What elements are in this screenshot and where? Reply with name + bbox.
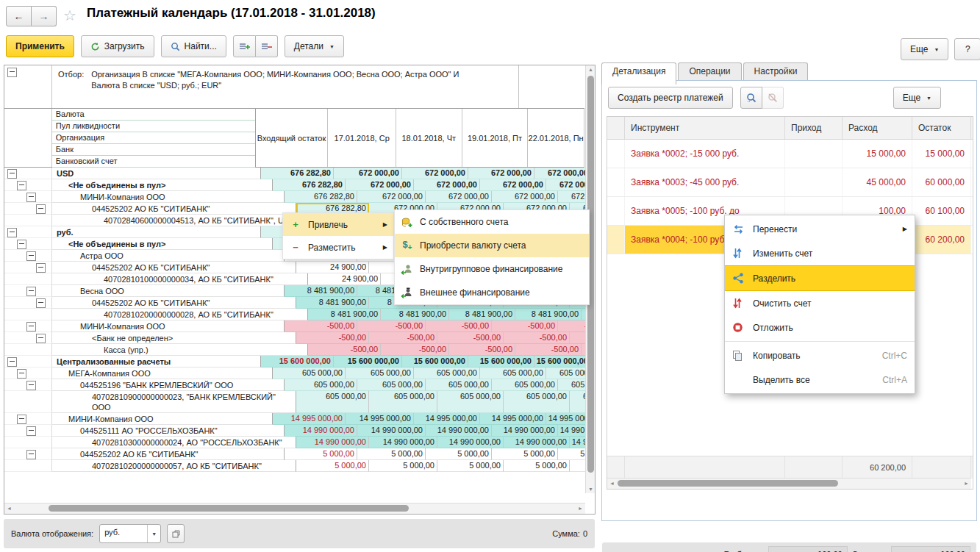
scrollbar-thumb[interactable] [49,505,409,512]
value-cell[interactable]: 24 900,00 [308,273,381,285]
value-cell[interactable]: 605 000,00 [558,379,585,391]
value-cell[interactable]: 14 990 000,00 [437,437,504,448]
detail-more-button[interactable]: Еще▼ [893,87,941,109]
value-cell[interactable]: -500,00 [285,320,357,332]
detail-column-header[interactable]: Расход [843,117,912,139]
value-cell[interactable]: 15 600 000,00 [334,356,402,368]
find-button[interactable]: Найти... [161,35,226,57]
scroll-right-icon[interactable]: ► [964,481,969,486]
value-cell[interactable]: 672 000,00 [334,168,402,179]
row-name-cell[interactable]: 044525202 АО КБ "СИТИБАНК" [52,203,296,215]
calendar-row[interactable]: МИНИ-Компания ООО-500,00-500,00-500,00-5… [4,320,585,332]
scroll-up-icon[interactable]: ▲ [588,67,593,72]
amount-cell[interactable] [607,197,625,225]
value-cell[interactable]: 672 000,00 [414,179,480,191]
amount-cell[interactable]: 60 000,00 [912,168,971,196]
apply-button[interactable]: Применить [6,35,74,57]
collapse-node-icon[interactable] [26,381,36,390]
row-name-cell[interactable]: 40702810300000000024, АО "РОССЕЛЬХОЗБАНК… [52,437,296,448]
load-button[interactable]: Загрузить [81,35,154,57]
date-column-header[interactable]: Входящий остаток [256,109,329,167]
amount-cell[interactable]: 15 000,00 [912,140,971,168]
row-name-cell[interactable]: 40702810900000000023, "БАНК КРЕМЛЕВСКИЙ"… [52,391,296,413]
create-payment-registry-button[interactable]: Создать реестр платежей [608,87,733,109]
detail-column-header[interactable]: Инструмент [625,117,785,139]
amount-cell[interactable]: 15 000,00 [843,140,912,168]
value-cell[interactable]: 672 000,00 [468,168,534,179]
value-cell[interactable]: -500,00 [369,332,437,344]
value-cell[interactable]: 605 000,00 [285,379,357,391]
display-currency-select[interactable]: руб. ▼ [99,524,161,543]
value-cell[interactable]: 5 000,00 [369,460,437,472]
menu-item-привлечь[interactable]: +Привлечь▶ [283,213,393,236]
scroll-left-icon[interactable]: ◄ [7,506,12,511]
chevron-down-icon[interactable]: ▼ [147,525,160,542]
help-button[interactable]: ? [954,38,980,60]
value-cell[interactable]: -500,00 [558,320,585,332]
collapse-groups-button[interactable] [256,35,278,57]
menu-item[interactable]: С собственного счета [395,210,589,234]
value-cell[interactable]: 14 990 000,00 [285,425,357,437]
value-cell[interactable]: 8 481 900,00 [296,297,369,309]
calendar-row[interactable]: 044525111 АО "РОССЕЛЬХОЗБАНК"14 990 000,… [4,425,585,437]
expand-groups-button[interactable] [233,35,256,57]
collapse-node-icon[interactable] [17,240,26,249]
value-cell[interactable]: 14 990 000,00 [357,425,426,437]
instrument-cell[interactable]: Заявка *0003; -45 000 руб. [625,168,785,196]
row-name-cell[interactable]: 044525202 АО КБ "СИТИБАНК" [52,448,285,460]
value-cell[interactable]: 14 995 000,00 [546,413,585,425]
scroll-right-icon[interactable]: ► [578,506,583,511]
value-cell[interactable]: 676 282,80 [285,191,357,203]
amount-cell[interactable] [607,168,625,196]
calendar-row[interactable]: 40702810900000000023, "БАНК КРЕМЛЕВСКИЙ"… [4,391,585,413]
value-cell[interactable]: 676 282,80 [273,179,346,191]
row-name-cell[interactable]: 40702810200000000028, АО КБ "СИТИБАНК" [52,309,308,320]
value-cell[interactable]: 672 000,00 [546,179,585,191]
amount-cell[interactable] [607,226,625,254]
value-cell[interactable]: 14 990 000,00 [492,425,558,437]
row-name-cell[interactable]: МИНИ-Компания ООО [52,413,273,425]
value-cell[interactable]: 5 000,00 [570,460,585,472]
menu-item[interactable]: $+Приобрести валюту счета [395,234,589,257]
value-cell[interactable]: 672 000,00 [346,179,414,191]
value-cell[interactable]: 14 990 000,00 [426,425,492,437]
row-name-cell[interactable]: руб. [52,226,261,238]
collapse-node-icon[interactable] [36,334,46,343]
value-cell[interactable]: 605 000,00 [414,368,480,379]
row-name-cell[interactable]: МИНИ-Компания ООО [52,320,285,332]
row-name-cell[interactable]: 40702810100000000034, АО КБ "СИТИБАНК" [52,273,308,285]
value-cell[interactable]: 605 000,00 [346,368,414,379]
detail-row[interactable]: Заявка *0002; -15 000 руб.15 000,0015 00… [607,140,973,168]
value-cell[interactable]: 5 000,00 [437,460,504,472]
value-cell[interactable]: 14 995 000,00 [414,413,480,425]
amount-cell[interactable] [607,140,625,168]
value-cell[interactable]: 24 900,00 [296,262,369,273]
open-currency-button[interactable] [167,524,185,543]
value-cell[interactable]: -500,00 [570,332,585,344]
detail-column-header[interactable]: Приход [785,117,843,139]
calendar-row[interactable]: 40702810200000000028, АО КБ "СИТИБАНК"8 … [4,309,585,320]
value-cell[interactable]: 672 000,00 [357,191,426,203]
menu-item[interactable]: Внешнее финансирование [395,281,589,304]
value-cell[interactable]: 5 000,00 [285,448,357,460]
value-cell[interactable]: 14 990 000,00 [570,437,585,448]
value-cell[interactable]: -500,00 [296,332,369,344]
context-menu-item[interactable]: КопироватьCtrl+C [725,343,915,368]
collapse-node-icon[interactable] [26,193,36,202]
date-column-header[interactable]: 22.01.2018, Пн [528,109,584,167]
collapse-node-icon[interactable] [17,369,26,379]
collapse-node-icon[interactable] [7,169,17,179]
value-cell[interactable]: -500,00 [492,320,558,332]
calendar-row[interactable]: Централизованные расчеты15 600 000,0015 … [4,356,585,368]
row-name-cell[interactable]: USD [52,168,261,179]
amount-cell[interactable]: 45 000,00 [843,168,912,196]
collapse-node-icon[interactable] [26,426,36,436]
horizontal-scrollbar[interactable]: ◄ ► [4,503,585,514]
menu-item[interactable]: Внутригрупповое финансирование [395,257,589,281]
context-menu-item[interactable]: Выделить всеCtrl+A [725,368,915,392]
value-cell[interactable]: -500,00 [437,332,504,344]
context-menu-item[interactable]: Изменить счет [725,241,915,265]
scroll-left-icon[interactable]: ◄ [609,481,615,486]
row-name-cell[interactable]: Касса (упр.) [52,344,308,356]
back-button[interactable]: ← [6,6,32,26]
